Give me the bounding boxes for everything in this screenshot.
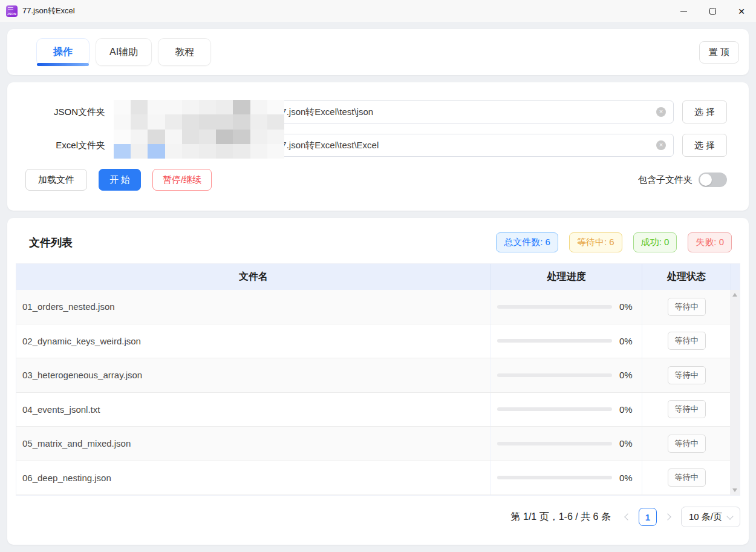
excel-folder-label: Excel文件夹	[25, 140, 105, 151]
table-row[interactable]: 01_orders_nested.json 0% 等待中	[16, 290, 740, 324]
badge-success: 成功: 0	[633, 232, 677, 252]
include-subfolders-label: 包含子文件夹	[638, 174, 692, 186]
file-list-title: 文件列表	[29, 235, 73, 250]
json-folder-value: 77.json转Excel\test\json	[276, 107, 373, 118]
privacy-mosaic	[114, 100, 284, 159]
chevron-right-icon	[664, 513, 671, 520]
toggle-knob	[700, 174, 712, 186]
window-title: 77.json转Excel	[22, 5, 75, 16]
clear-excel-folder-icon[interactable]: ×	[656, 140, 666, 150]
close-icon: ×	[738, 5, 745, 17]
progress-percent: 0%	[619, 301, 633, 312]
app-icon-fold	[8, 7, 13, 10]
file-table: 文件名 处理进度 处理状态 01_orders_nested.json 0% 等…	[16, 263, 740, 496]
pagination: 第 1/1 页，1-6 / 共 6 条 1 10 条/页	[16, 507, 740, 527]
table-scrollbar[interactable]	[730, 290, 740, 495]
title-bar: JSON 77.json转Excel ×	[0, 0, 756, 22]
prev-page-button[interactable]	[621, 508, 635, 526]
status-tag: 等待中	[668, 468, 706, 487]
include-subfolders-control: 包含子文件夹	[638, 172, 727, 187]
table-row[interactable]: 03_heterogeneous_array.json 0% 等待中	[16, 358, 740, 393]
tab-ai-assist[interactable]: AI辅助	[96, 38, 152, 66]
tab-tutorial[interactable]: 教程	[158, 38, 211, 66]
file-list-header: 文件列表 总文件数: 6 等待中: 6 成功: 0 失败: 0	[29, 232, 732, 252]
select-json-folder-button[interactable]: 选 择	[682, 100, 727, 123]
table-row[interactable]: 02_dynamic_keys_weird.json 0% 等待中	[16, 324, 740, 359]
status-badges: 总文件数: 6 等待中: 6 成功: 0 失败: 0	[496, 232, 732, 252]
badge-total-files: 总文件数: 6	[496, 232, 558, 252]
scroll-up-icon[interactable]	[732, 293, 737, 297]
progress-percent: 0%	[619, 438, 633, 448]
tab-bar: 操作 AI辅助 教程 置 顶	[7, 29, 749, 75]
pin-on-top-button[interactable]: 置 顶	[699, 41, 739, 64]
clear-json-folder-icon[interactable]: ×	[656, 107, 666, 117]
file-name: 01_orders_nested.json	[16, 290, 490, 324]
progress-bar	[497, 407, 612, 411]
file-name: 04_events_jsonl.txt	[16, 393, 490, 427]
start-button[interactable]: 开 始	[99, 169, 141, 191]
status-tag: 等待中	[668, 435, 706, 453]
active-tab-underline	[37, 63, 89, 66]
next-page-button[interactable]	[660, 508, 675, 526]
load-files-button[interactable]: 加载文件	[25, 169, 87, 191]
status-tag: 等待中	[668, 332, 706, 350]
progress-percent: 0%	[619, 473, 633, 483]
maximize-icon	[709, 8, 716, 15]
progress-bar	[497, 442, 612, 445]
header-scroll-spacer	[731, 264, 740, 290]
table-header-row: 文件名 处理进度 处理状态	[16, 264, 740, 290]
page-content: 操作 AI辅助 教程 置 顶 JSON文件夹 77.json转Excel\tes…	[0, 22, 756, 552]
table-row[interactable]: 04_events_jsonl.txt 0% 等待中	[16, 393, 740, 427]
app-icon-label: JSON	[6, 12, 18, 16]
progress-bar	[497, 339, 612, 343]
minimize-button[interactable]	[669, 0, 698, 22]
badge-waiting: 等待中: 6	[569, 232, 622, 252]
file-name: 06_deep_nesting.json	[16, 461, 490, 495]
pause-resume-button[interactable]: 暂停/继续	[152, 169, 212, 191]
status-tag: 等待中	[668, 298, 706, 316]
table-row[interactable]: 05_matrix_and_mixed.json 0% 等待中	[16, 427, 740, 461]
tab-operation[interactable]: 操作	[36, 38, 90, 66]
badge-failed: 失败: 0	[688, 232, 732, 252]
chevron-left-icon	[624, 513, 631, 520]
close-button[interactable]: ×	[727, 0, 756, 22]
progress-percent: 0%	[619, 336, 633, 346]
select-excel-folder-button[interactable]: 选 择	[682, 134, 727, 157]
progress-percent: 0%	[619, 370, 633, 380]
file-name: 02_dynamic_keys_weird.json	[16, 324, 490, 358]
page-size-select[interactable]: 10 条/页	[681, 507, 740, 527]
tab-tutorial-label: 教程	[175, 46, 194, 59]
header-file-name: 文件名	[16, 264, 490, 290]
conversion-form: JSON文件夹 77.json转Excel\test\json × 选 择 Ex…	[7, 82, 749, 211]
minimize-icon	[680, 11, 687, 12]
tab-ai-assist-label: AI辅助	[109, 46, 138, 59]
file-name: 05_matrix_and_mixed.json	[16, 427, 490, 461]
scroll-down-icon[interactable]	[732, 488, 737, 492]
excel-folder-value: 77.json转Excel\test\Excel	[276, 140, 379, 151]
header-status: 处理状态	[642, 264, 731, 290]
tab-operation-label: 操作	[53, 46, 73, 59]
app-json-icon: JSON	[6, 5, 18, 17]
status-tag: 等待中	[668, 400, 706, 418]
pagination-summary: 第 1/1 页，1-6 / 共 6 条	[511, 511, 611, 524]
include-subfolders-toggle[interactable]	[699, 172, 727, 187]
current-page-button[interactable]: 1	[639, 508, 657, 526]
window-controls: ×	[669, 0, 756, 22]
progress-percent: 0%	[619, 404, 633, 415]
progress-bar	[497, 373, 612, 377]
file-list-card: 文件列表 总文件数: 6 等待中: 6 成功: 0 失败: 0 文件名 处理进度…	[7, 218, 749, 545]
header-progress: 处理进度	[490, 264, 642, 290]
page-size-value: 10 条/页	[689, 511, 722, 523]
json-folder-label: JSON文件夹	[25, 107, 105, 118]
progress-bar	[497, 476, 612, 479]
action-buttons-row: 加载文件 开 始 暂停/继续 包含子文件夹	[25, 169, 727, 191]
progress-bar	[497, 305, 612, 309]
chevron-down-icon	[726, 513, 733, 519]
file-name: 03_heterogeneous_array.json	[16, 358, 490, 392]
table-body: 01_orders_nested.json 0% 等待中 02_dynamic_…	[16, 290, 740, 495]
maximize-button[interactable]	[698, 0, 727, 22]
table-row[interactable]: 06_deep_nesting.json 0% 等待中	[16, 461, 740, 496]
status-tag: 等待中	[668, 366, 706, 384]
